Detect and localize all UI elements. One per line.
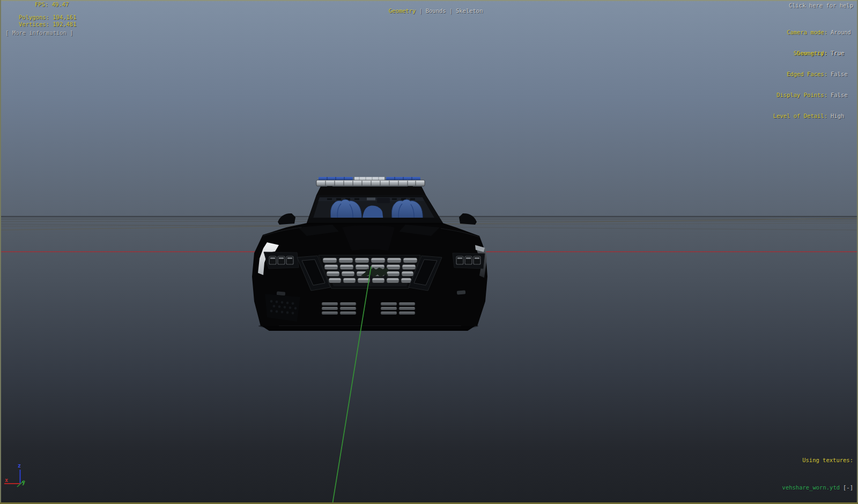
setting-level-of-detail[interactable]: Level of Detail:High [590,113,853,120]
setting-edged-faces[interactable]: Edged Faces:False [590,71,853,78]
axis-x-label: x [5,477,8,483]
tab-geometry[interactable]: Geometry [389,8,416,14]
splitter [262,326,475,331]
axis-gizmo: z x y [4,463,25,487]
textures-panel: Using textures: vehshare_worn.ytd[-] veh… [590,438,853,504]
setting-camera-mode[interactable]: Camera mode:Around [590,29,853,36]
grille [319,255,420,288]
texture-remove-button[interactable]: [-] [843,483,853,492]
bumper-mesh [265,294,300,322]
axis-y-label: y [22,479,25,485]
help-link[interactable]: Click here for help [789,3,853,9]
tab-separator: | [419,8,422,14]
texture-item: vehshare_worn.ytd[-] [590,483,853,492]
setting-geometry[interactable]: Geometry:True [590,50,853,57]
model-viewer-viewport[interactable]: z x y FPS: 49.47 Polygons: 194,161 Verti… [0,0,858,504]
left-mirror [278,213,295,225]
model-car [252,177,487,331]
render-settings: Geometry:True Edged Faces:False Display … [590,36,853,134]
setting-display-points[interactable]: Display Points:False [590,92,853,99]
left-headlight [264,252,299,269]
lightbar [316,177,425,188]
textures-title: Using textures: [590,456,853,465]
texture-name: vehshare_worn.ytd [782,483,840,492]
more-information-button[interactable]: [ More information ] [5,30,73,36]
right-headlight [453,253,485,269]
tab-skeleton[interactable]: Skeleton [456,8,483,14]
axis-z-label: z [18,463,21,469]
right-mirror [459,213,477,225]
tab-bounds[interactable]: Bounds [426,8,446,14]
vertices-readout: Vertices: 192,481 [19,21,77,27]
window-edge-top [0,0,858,1]
windshield [307,195,443,224]
window-edge-left [0,0,1,504]
tab-separator: | [449,8,453,14]
rearview-mirror [377,198,390,203]
